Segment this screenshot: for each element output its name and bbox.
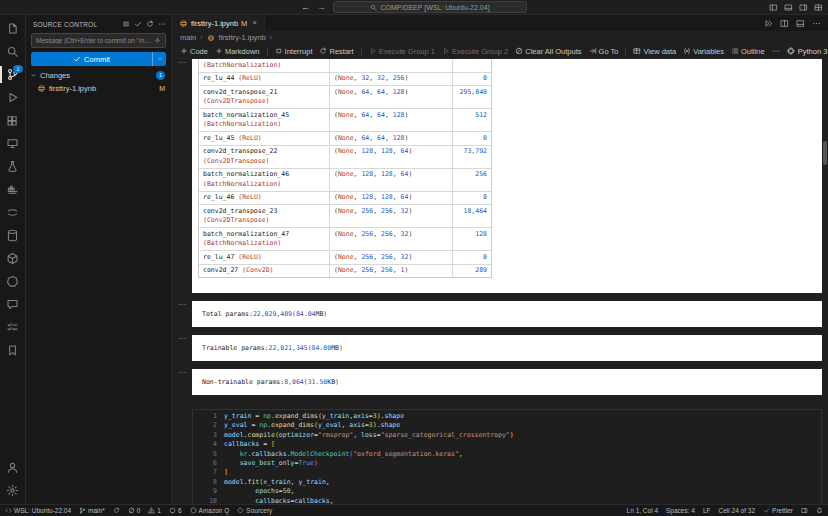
code-line: 7] [193, 468, 821, 477]
activity-item-run-debug[interactable] [0, 86, 25, 109]
tab-firsttry-1-ipynb[interactable]: firsttry-1.ipynb M × [172, 15, 265, 31]
activity-item-bookmark[interactable] [0, 339, 25, 362]
diamond-icon [237, 507, 244, 514]
changed-file-name: firsttry-1.ipynb [49, 84, 96, 93]
code-cell[interactable]: 1y_train = np.expand_dims(y_train,axis=3… [192, 409, 822, 504]
errors[interactable]: 0 [128, 507, 141, 514]
check-icon[interactable] [134, 20, 142, 28]
toolbar-clear-all-outputs[interactable]: Clear All Outputs [515, 47, 581, 56]
output-menu-icon[interactable]: ⋯ [178, 369, 187, 377]
model-summary-output: (BatchNormalization)re_lu_44 (ReLU)(None… [192, 59, 822, 293]
params-summary-line: Trainable params: 22,021,345 (84.00 MB) [192, 335, 822, 361]
formatter[interactable]: Prettier [763, 507, 793, 514]
toolbar-interrupt[interactable]: Interrupt [275, 47, 313, 56]
sync-changes[interactable] [113, 507, 120, 514]
more-icon[interactable] [812, 19, 821, 28]
check-icon [73, 55, 81, 63]
toolbar-outline[interactable]: Outline [731, 47, 765, 56]
layout-panel-icon[interactable] [784, 3, 793, 12]
summary-table-row: re_lu_44 (ReLU)(None, 32, 32, 256)0 [199, 73, 491, 87]
view-switch-icon[interactable] [122, 20, 130, 28]
code-line: 2y_eval = np.expand_dims(y_eval, axis=3)… [193, 421, 821, 430]
activity-item-jupyter[interactable] [0, 201, 25, 224]
activity-item-todo[interactable] [0, 316, 25, 339]
activity-item-search[interactable] [0, 40, 25, 63]
param-count-cell: 128 [453, 228, 491, 250]
editor-layout[interactable] [801, 507, 808, 514]
editor-actions [757, 15, 828, 31]
breadcrumb-folder[interactable]: main [180, 33, 196, 42]
open-panel-icon[interactable] [796, 19, 805, 28]
forward-arrow-icon[interactable]: → [317, 2, 326, 12]
activity-item-remote-explorer[interactable] [0, 132, 25, 155]
vscode-window: ← → COMP/DEEP [WSL: Ubuntu-22.04] 1 SOUR… [0, 0, 828, 516]
changed-file-row[interactable]: firsttry-1.ipynb M [26, 82, 171, 95]
chat-icon [6, 298, 19, 311]
editor-group: firsttry-1.ipynb M × main › firsttry-1.i… [172, 15, 828, 504]
activity-item-explorer[interactable] [0, 17, 25, 40]
remote-indicator[interactable]: WSL: Ubuntu-22.04 [5, 507, 71, 514]
output-menu-icon[interactable]: ⋯ [178, 301, 187, 309]
layer-name-cell: conv2d_transpose_22(Conv2DTranspose) [199, 146, 329, 168]
refresh-icon[interactable] [146, 20, 154, 28]
toolbar-markdown[interactable]: Markdown [215, 47, 260, 56]
eol[interactable]: LF [703, 507, 711, 514]
layer-name-cell: batch_normalization_45(BatchNormalizatio… [199, 109, 329, 131]
activity-item-aws[interactable] [0, 247, 25, 270]
warnings[interactable]: 1 [148, 507, 161, 514]
goto-icon [589, 47, 597, 55]
notifications[interactable] [816, 507, 823, 514]
command-center-search[interactable]: COMP/DEEP [WSL: Ubuntu-22.04] [333, 1, 527, 13]
git-branch[interactable]: main* [79, 507, 105, 514]
activity-item-settings[interactable] [0, 479, 25, 502]
toolbar-more[interactable] [772, 47, 780, 55]
activity-item-account[interactable] [0, 456, 25, 479]
indentation[interactable]: Spaces: 4 [666, 507, 695, 514]
breadcrumb-file[interactable]: firsttry-1.ipynb [219, 33, 266, 42]
layout-sidebar-icon[interactable] [769, 3, 778, 12]
commit-button[interactable]: Commit [31, 52, 166, 66]
commit-message-input[interactable]: Message (Ctrl+Enter to commit on "main") [31, 33, 166, 48]
commit-dropdown-button[interactable] [152, 52, 166, 66]
sparkle-icon[interactable] [154, 37, 161, 44]
activity-item-source-control[interactable]: 1 [0, 63, 25, 86]
more-icon[interactable] [158, 20, 166, 28]
activity-item-docker[interactable] [0, 178, 25, 201]
layout-sidebar-right-icon[interactable] [799, 3, 808, 12]
remote-explorer-icon [6, 137, 19, 150]
activity-item-testing[interactable] [0, 155, 25, 178]
output-menu-icon[interactable]: ⋯ [178, 335, 187, 343]
activity-item-kubernetes[interactable] [0, 270, 25, 293]
branch-icon [79, 507, 86, 514]
activity-item-chat[interactable] [0, 293, 25, 316]
toolbar-code[interactable]: Code [180, 47, 208, 56]
kernel-picker[interactable]: Python 3.11.4 [787, 47, 828, 56]
cell-indicator[interactable]: Cell 24 of 32 [719, 507, 756, 514]
back-arrow-icon[interactable]: ← [301, 2, 310, 12]
issues-count[interactable]: 6 [169, 507, 182, 514]
param-count-cell: 0 [453, 251, 491, 264]
amazon-q[interactable]: Amazon Q [190, 507, 230, 514]
cursor-position[interactable]: Ln 1, Col 4 [627, 507, 658, 514]
toolbar-execute-group-1[interactable]: Execute Group 1 [369, 47, 435, 56]
toolbar-execute-group-2[interactable]: Execute Group 2 [442, 47, 508, 56]
split-editor-icon[interactable] [780, 19, 789, 28]
activity-item-database[interactable] [0, 224, 25, 247]
layout-custom-icon[interactable] [814, 3, 823, 12]
changes-section-header[interactable]: Changes 1 [26, 69, 171, 82]
toolbar-restart[interactable]: Restart [319, 47, 353, 56]
toolbar-view-data[interactable]: View data [633, 47, 676, 56]
output-menu-icon[interactable]: ⋯ [178, 59, 187, 67]
activity-item-extensions[interactable] [0, 109, 25, 132]
scrollbar-thumb[interactable] [823, 141, 827, 165]
output-shape-cell: (None, 128, 128, 64) [329, 192, 453, 205]
sidebar-header: SOURCE CONTROL [26, 15, 171, 31]
toolbar-go-to[interactable]: Go To [589, 47, 619, 56]
code-line: 3model.compile(optimizer="rmsprop", loss… [193, 431, 821, 440]
sourcery[interactable]: Sourcery [237, 507, 272, 514]
toolbar-variables[interactable]: Variables [683, 47, 724, 56]
close-icon[interactable]: × [252, 19, 257, 27]
output-shape-cell: (None, 64, 64, 128) [329, 109, 453, 131]
bell-icon [816, 507, 823, 514]
run-all-icon[interactable] [764, 19, 773, 28]
